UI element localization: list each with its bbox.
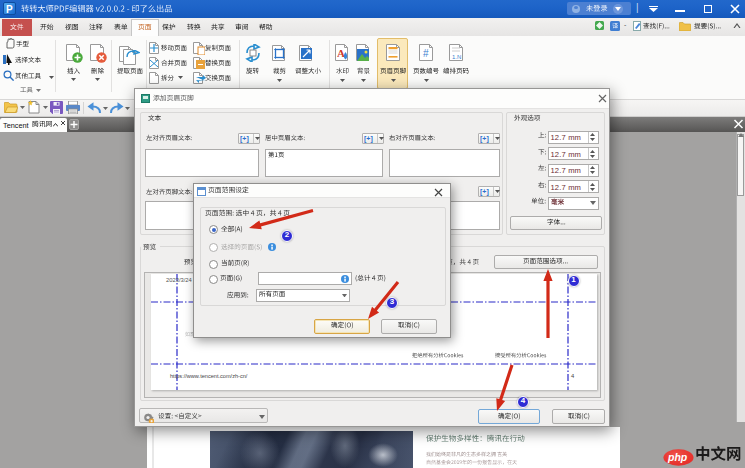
svg-text:php: php xyxy=(667,451,688,463)
svg-text:1.N: 1.N xyxy=(452,54,461,60)
svg-text:#: # xyxy=(423,48,429,59)
